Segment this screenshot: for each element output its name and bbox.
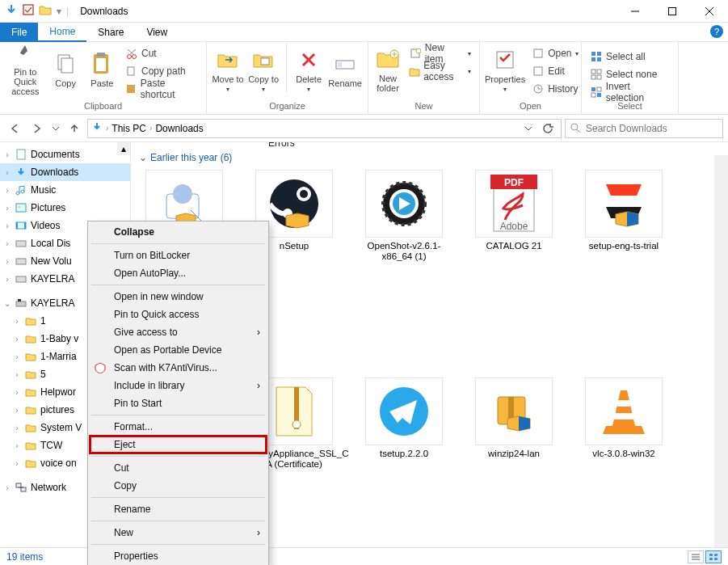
svg-line-41 — [577, 129, 580, 133]
view-details-button[interactable] — [688, 550, 704, 563]
delete-button[interactable]: Delete▾ — [293, 44, 324, 95]
svg-rect-54 — [21, 487, 26, 491]
move-to-button[interactable]: Move to▾ — [212, 44, 244, 95]
properties-button[interactable]: Properties▾ — [485, 44, 525, 95]
paste-shortcut-button[interactable]: Paste shortcut — [122, 81, 201, 97]
copy-button[interactable]: Copy — [49, 44, 82, 95]
file-label: CATALOG 21 — [486, 241, 541, 251]
crumb-root[interactable]: This PC — [112, 123, 146, 134]
svg-rect-51 — [16, 301, 26, 306]
menubar: File Home Share View ? — [0, 23, 728, 42]
svg-rect-83 — [614, 413, 633, 420]
content-scrollbar[interactable] — [714, 155, 728, 565]
svg-rect-25 — [534, 49, 542, 57]
rename-button[interactable]: Rename — [327, 44, 363, 95]
cm-give-access[interactable]: Give access to› — [90, 323, 267, 341]
search-icon — [570, 123, 581, 133]
svg-rect-37 — [597, 87, 601, 91]
cm-pin-quick-access[interactable]: Pin to Quick access — [90, 306, 267, 323]
cm-include-library[interactable]: Include in library› — [90, 377, 267, 394]
cut-button[interactable]: Cut — [122, 45, 201, 61]
history-button[interactable]: History — [528, 81, 581, 97]
cm-copy[interactable]: Copy — [90, 477, 267, 495]
ribbon: Pin to Quick access Copy Paste Cut Copy … — [0, 42, 728, 115]
open-button[interactable]: Open ▾ — [528, 45, 581, 61]
new-folder-button[interactable]: New folder — [373, 44, 402, 95]
svg-rect-33 — [597, 70, 601, 74]
file-item[interactable]: OpenShot-v2.6.1-x86_64 (1) — [359, 170, 449, 262]
cm-scan[interactable]: Scan with K7AntiVirus... — [90, 359, 267, 377]
select-group-label: Select — [587, 101, 673, 114]
tree-item[interactable]: ›Documents — [0, 145, 130, 163]
search-input[interactable]: Search Downloads — [565, 119, 723, 138]
file-tab[interactable]: File — [0, 23, 38, 42]
svg-rect-47 — [24, 222, 26, 229]
window-title: Downloads — [80, 6, 128, 17]
svg-rect-38 — [591, 93, 595, 97]
select-all-button[interactable]: Select all — [587, 48, 673, 65]
cm-rename[interactable]: Rename — [90, 500, 267, 518]
cm-new[interactable]: New› — [90, 524, 267, 542]
addr-dropdown[interactable] — [519, 119, 538, 138]
svg-point-10 — [127, 55, 131, 59]
close-button[interactable] — [691, 0, 728, 23]
back-button[interactable] — [5, 119, 24, 138]
folder-icon — [39, 4, 52, 18]
edit-button[interactable]: Edit — [528, 63, 581, 79]
file-label: vlc-3.0.8-win32 — [592, 449, 654, 459]
recent-dropdown[interactable] — [50, 119, 61, 138]
copy-path-button[interactable]: Copy path — [122, 63, 201, 79]
cm-collapse[interactable]: Collapse — [90, 223, 267, 241]
copy-to-button[interactable]: Copy to▾ — [247, 44, 280, 95]
easy-access-button[interactable]: Easy access ▾ — [406, 63, 474, 79]
file-item[interactable]: setup-eng-ts-trial — [579, 170, 669, 262]
svg-rect-14 — [128, 67, 134, 75]
minimize-button[interactable] — [616, 0, 654, 23]
openshot-icon — [365, 170, 443, 238]
file-item[interactable]: PDFAdobeCATALOG 21 — [469, 170, 559, 262]
help-icon[interactable]: ? — [710, 25, 723, 38]
cm-format[interactable]: Format... — [90, 418, 267, 436]
tree-item[interactable]: ›Pictures — [0, 199, 130, 217]
svg-rect-32 — [591, 70, 595, 74]
refresh-button[interactable] — [538, 119, 558, 138]
tree-scroll-up[interactable]: ▴ — [117, 142, 130, 155]
file-label: winzip24-lan — [488, 449, 540, 459]
download-icon — [91, 121, 103, 135]
cm-portable[interactable]: Open as Portable Device — [90, 341, 267, 359]
cm-pin-start[interactable]: Pin to Start — [90, 394, 267, 412]
file-item[interactable]: tsetup.2.2.0 — [359, 377, 449, 470]
address-bar[interactable]: › This PC › Downloads — [87, 119, 562, 138]
maximize-button[interactable] — [654, 0, 691, 23]
file-label: nSetup — [280, 241, 309, 251]
tree-item[interactable]: ›Downloads — [0, 163, 130, 181]
up-button[interactable] — [65, 119, 84, 138]
cm-bitlocker[interactable]: Turn on BitLocker — [90, 247, 267, 264]
new-item-button[interactable]: New item ▾ — [406, 45, 474, 61]
file-item[interactable]: winzip24-lan — [469, 377, 559, 470]
tree-item[interactable]: ›Music — [0, 181, 130, 199]
shieldexe-icon — [585, 170, 663, 238]
file-item[interactable]: vlc-3.0.8-win32 — [579, 377, 669, 470]
select-none-button[interactable]: Select none — [587, 66, 673, 82]
titlebar: ▾ | Downloads — [0, 0, 728, 23]
quick-save-icon[interactable] — [23, 4, 34, 18]
cm-cut[interactable]: Cut — [90, 459, 267, 477]
cm-properties[interactable]: Properties — [90, 547, 267, 565]
view-tab[interactable]: View — [135, 23, 179, 42]
home-tab[interactable]: Home — [38, 23, 86, 42]
svg-rect-0 — [23, 5, 33, 15]
view-thumbnails-button[interactable] — [705, 550, 722, 563]
crumb-folder[interactable]: Downloads — [155, 123, 203, 134]
share-tab[interactable]: Share — [86, 23, 135, 42]
svg-rect-30 — [591, 57, 595, 61]
paste-button[interactable]: Paste — [86, 44, 119, 95]
pin-quick-access-button[interactable]: Pin to Quick access — [5, 44, 46, 95]
group-header[interactable]: ⌄Earlier this year (6) — [139, 145, 720, 170]
invert-selection-button[interactable]: Invert selection — [587, 84, 673, 100]
cm-eject[interactable]: Eject — [90, 436, 267, 453]
cm-autoplay[interactable]: Open AutoPlay... — [90, 264, 267, 282]
forward-button[interactable] — [27, 119, 47, 138]
svg-point-57 — [173, 184, 192, 204]
cm-new-window[interactable]: Open in new window — [90, 288, 267, 306]
